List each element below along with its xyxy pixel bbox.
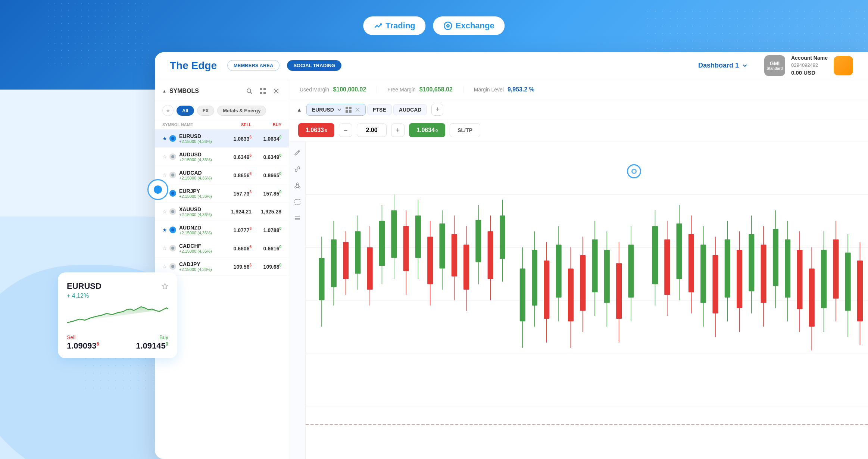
deco-circle-right-inner	[631, 169, 637, 174]
symbol-name: EURUSD	[179, 133, 218, 139]
svg-rect-100	[689, 234, 694, 292]
chart-expand-icon[interactable]: ▲	[297, 107, 302, 113]
symbol-icon	[169, 135, 176, 142]
symbol-row[interactable]: ★ EURUSD +2.15000 (4,36%) 1.06336 1.0634…	[155, 129, 289, 148]
svg-rect-5	[263, 88, 266, 90]
exchange-label: Exchange	[456, 21, 494, 31]
symbol-buy-price: 0.86650	[252, 172, 281, 178]
trading-button[interactable]: Trading	[363, 16, 425, 35]
sltp-button[interactable]: SL/TP	[450, 123, 480, 137]
svg-rect-92	[628, 245, 634, 298]
symbol-name: EURJPY	[179, 188, 218, 194]
symbol-row[interactable]: ☆ AUDCAD +2.15000 (4,36%) 0.86566 0.8665…	[155, 166, 289, 184]
symbol-sell-price: 0.86566	[218, 172, 252, 178]
symbol-sub: +2.15000 (4,36%)	[179, 212, 218, 217]
symbol-info: EURUSD +2.15000 (4,36%)	[179, 133, 218, 144]
members-area-tab[interactable]: MEMBERS AREA	[227, 60, 280, 71]
symbol-name: AUDCAD	[179, 170, 218, 176]
add-chart-tab-btn[interactable]: +	[431, 104, 443, 116]
used-margin-label: Used Margin	[300, 87, 329, 93]
svg-rect-122	[821, 250, 827, 308]
symbol-star-icon[interactable]: ☆	[162, 263, 167, 269]
symbol-row[interactable]: ☆ CADCHF +2.15000 (4,36%) 0.66066 0.6616…	[155, 239, 289, 257]
widget-star-icon[interactable]	[162, 283, 168, 290]
svg-rect-21	[349, 110, 352, 113]
col-symbol-header: SYMBOL NAME	[162, 122, 218, 127]
chart-svg-container	[306, 141, 868, 459]
nodes-tool-btn[interactable]	[292, 180, 303, 191]
svg-rect-106	[725, 239, 730, 297]
symbol-info: EURJPY +2.15000 (4,36%)	[179, 188, 218, 199]
star-filter-btn[interactable]: ★	[162, 105, 174, 116]
app-body: ▲ SYMBOLS ★ All FX Metals & Energy	[155, 79, 868, 459]
used-margin-item: Used Margin $100,000.02	[300, 86, 377, 93]
symbols-header: ▲ SYMBOLS	[155, 79, 289, 101]
plus-qty-btn[interactable]: +	[391, 124, 405, 137]
account-balance: 0.00 USD	[791, 69, 828, 76]
symbol-row[interactable]: ★ EURJPY +2.15000 (4,36%) 157.736 157.85…	[155, 184, 289, 203]
symbol-name: AUDNZD	[179, 225, 218, 231]
chart-tab-audcad[interactable]: AUDCAD	[393, 104, 427, 115]
symbol-row[interactable]: ☆ XAUUSD +2.15000 (4,36%) 1,924.21 1,925…	[155, 203, 289, 221]
symbol-row[interactable]: ★ AUDNZD +2.15000 (4,36%) 1.07776 1.0788…	[155, 221, 289, 239]
minus-qty-btn[interactable]: −	[339, 124, 352, 137]
search-icon-btn[interactable]	[244, 86, 255, 96]
badge-std: Standard	[766, 66, 783, 71]
symbol-star-icon[interactable]: ★	[162, 227, 167, 233]
symbol-star-icon[interactable]: ☆	[162, 245, 167, 251]
svg-rect-60	[427, 237, 433, 284]
buy-button[interactable]: 1.06340	[409, 123, 445, 137]
margin-level-item: Margin Level 9,953.2 %	[463, 86, 545, 93]
svg-rect-42	[319, 258, 325, 300]
svg-rect-116	[785, 239, 790, 297]
svg-rect-58	[415, 216, 421, 258]
svg-line-24	[298, 151, 299, 152]
filter-metals-btn[interactable]: Metals & Energy	[217, 106, 266, 116]
symbol-star-icon[interactable]: ☆	[162, 154, 167, 160]
selection-tool-btn[interactable]	[292, 197, 303, 207]
col-buy-header: BUY	[252, 122, 281, 127]
link-tool-btn[interactable]	[292, 164, 303, 174]
account-name: Account Name	[791, 54, 828, 62]
filter-all-btn[interactable]: All	[177, 106, 194, 116]
symbol-sell-price: 0.66066	[218, 245, 252, 252]
symbol-star-icon[interactable]: ☆	[162, 209, 167, 215]
sell-button[interactable]: 1.06336	[298, 123, 334, 137]
symbol-icon	[169, 227, 176, 233]
quantity-input[interactable]	[357, 124, 387, 137]
svg-rect-88	[604, 250, 610, 303]
chart-icon	[374, 21, 383, 30]
svg-point-11	[171, 155, 174, 158]
svg-rect-6	[260, 92, 262, 94]
chart-tab-ftse[interactable]: FTSE	[367, 104, 392, 115]
margin-level-value: 9,953.2 %	[508, 86, 534, 93]
grid-icon-btn[interactable]	[257, 86, 268, 96]
account-section: GMI Standard Account Name 0294092492 0.0…	[764, 54, 853, 76]
col-sell-header: SELL	[218, 122, 252, 127]
social-trading-tab[interactable]: SOCIAL TRADING	[287, 60, 341, 71]
symbol-buy-price: 0.66160	[252, 245, 281, 252]
svg-rect-94	[652, 226, 658, 284]
symbol-info: XAUUSD +2.15000 (4,36%)	[179, 206, 218, 217]
symbol-sell-price: 157.736	[218, 190, 252, 197]
dashboard-selector[interactable]: Dashboard 1	[698, 62, 748, 69]
symbol-row[interactable]: ☆ AUDUSD +2.15000 (4,36%) 0.63496 0.6349…	[155, 148, 289, 166]
eurusd-tab-close-icon[interactable]	[355, 107, 360, 112]
symbol-row[interactable]: ☆ CADJPY +2.15000 (4,36%) 109.566 109.68…	[155, 257, 289, 276]
symbol-star-icon[interactable]: ★	[162, 135, 167, 141]
svg-rect-46	[343, 242, 349, 279]
svg-point-2	[247, 89, 251, 93]
exchange-button[interactable]: Exchange	[433, 16, 505, 35]
chart-tab-eurusd[interactable]: EURUSD	[306, 104, 366, 116]
filter-fx-btn[interactable]: FX	[197, 106, 215, 116]
symbol-sub: +2.15000 (4,36%)	[179, 139, 218, 144]
symbol-star-icon[interactable]: ☆	[162, 172, 167, 178]
settings-tool-btn[interactable]	[292, 213, 303, 224]
close-icon-btn[interactable]	[271, 86, 281, 96]
pencil-tool-btn[interactable]	[292, 147, 303, 158]
svg-rect-31	[295, 199, 300, 204]
svg-rect-64	[452, 234, 457, 276]
svg-point-26	[295, 187, 296, 188]
margin-bar: Used Margin $100,000.02 Free Margin $100…	[289, 79, 868, 100]
dashboard-label: Dashboard 1	[698, 62, 739, 69]
